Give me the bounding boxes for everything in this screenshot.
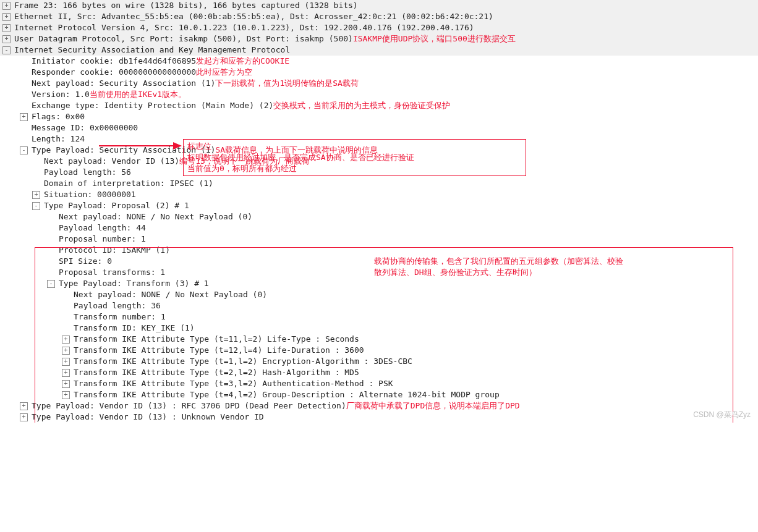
- tree-row-text: Proposal number: 1: [59, 234, 146, 245]
- tree-row-text: Type Payload: Proposal (2) # 1: [44, 200, 189, 211]
- tree-row-text: Initiator cookie: db1fe44d64f06895: [32, 56, 196, 67]
- expand-icon[interactable]: +: [2, 13, 11, 21]
- tree-row-text: Payload length: 36: [74, 300, 161, 311]
- tree-row-text: Transform ID: KEY_IKE (1): [74, 323, 195, 334]
- tree-row[interactable]: Payload length: 44: [0, 222, 758, 234]
- expand-icon[interactable]: +: [62, 336, 70, 344]
- tree-row-text: Payload length: 56: [44, 167, 131, 178]
- tree-row[interactable]: +Transform IKE Attribute Type (t=3,l=2) …: [0, 378, 758, 389]
- tree-row[interactable]: Exchange type: Identity Protection (Main…: [0, 100, 758, 111]
- tree-row-text: Transform IKE Attribute Type (t=12,l=4) …: [74, 345, 364, 356]
- tree-row-text: Internet Security Association and Key Ma…: [14, 44, 290, 56]
- tree-row-text: Transform IKE Attribute Type (t=2,l=2) H…: [74, 367, 359, 378]
- tree-row[interactable]: +Type Payload: Vendor ID (13) : RFC 3706…: [0, 400, 758, 412]
- collapse-icon[interactable]: -: [20, 146, 28, 154]
- tree-row[interactable]: Version: 1.0 当前使用的是IKEv1版本。: [0, 89, 758, 100]
- tree-row[interactable]: Transform number: 1: [0, 311, 758, 323]
- tree-row-text: Next payload: Security Association (1): [32, 78, 215, 89]
- tree-row[interactable]: Message ID: 0x00000000: [0, 122, 758, 133]
- tree-row[interactable]: +Ethernet II, Src: Advantec_55:b5:ea (00…: [0, 11, 758, 22]
- tree-row-text: Type Payload: Vendor ID (13) : Unknown V…: [32, 412, 264, 423]
- expand-icon[interactable]: +: [62, 358, 70, 366]
- annotation-text: ISAKMP使用UDP协议，端口500进行数据交互: [353, 33, 516, 44]
- expand-icon[interactable]: +: [2, 2, 11, 10]
- tree-row-text: Next payload: NONE / No Next Payload (0): [74, 289, 267, 300]
- tree-row-text: Transform IKE Attribute Type (t=3,l=2) A…: [74, 378, 393, 389]
- tree-row-text: Type Payload: Vendor ID (13) : RFC 3706 …: [32, 400, 346, 412]
- expand-icon[interactable]: +: [32, 191, 40, 199]
- svg-marker-1: [173, 142, 182, 150]
- tree-row[interactable]: +Type Payload: Vendor ID (13) : Unknown …: [0, 412, 758, 423]
- annotation-text: 下一跳载荷，值为1说明传输的是SA载荷: [215, 78, 358, 89]
- tree-row-text: Flags: 0x00: [32, 111, 85, 122]
- tree-row[interactable]: +Transform IKE Attribute Type (t=12,l=4)…: [0, 345, 758, 356]
- tree-row-text: Length: 124: [32, 133, 85, 145]
- proposal-annotation-text: 载荷协商的传输集，包含了我们所配置的五元组参数（加密算法、校验 散列算法、DH组…: [374, 256, 733, 278]
- tree-row[interactable]: Responder cookie: 0000000000000000此时应答方为…: [0, 67, 758, 78]
- arrow-icon: [99, 141, 185, 151]
- expand-icon[interactable]: +: [62, 380, 70, 388]
- tree-row[interactable]: -Type Payload: Transform (3) # 1: [0, 278, 758, 289]
- tree-row[interactable]: -Type Payload: Proposal (2) # 1: [0, 200, 758, 211]
- tree-row[interactable]: -Internet Security Association and Key M…: [0, 44, 758, 56]
- tree-row-text: Transform IKE Attribute Type (t=1,l=2) E…: [74, 356, 412, 367]
- tree-row[interactable]: Transform ID: KEY_IKE (1): [0, 323, 758, 334]
- expand-icon[interactable]: +: [20, 402, 28, 410]
- tree-row-text: Internet Protocol Version 4, Src: 10.0.1…: [14, 22, 474, 33]
- expand-icon[interactable]: +: [20, 113, 28, 121]
- tree-row-text: Next payload: Vendor ID (13): [44, 156, 179, 167]
- annotation-text: 厂商载荷中承载了DPD信息，说明本端启用了DPD: [346, 400, 520, 412]
- tree-row[interactable]: Next payload: NONE / No Next Payload (0): [0, 211, 758, 222]
- expand-icon[interactable]: +: [62, 369, 70, 377]
- tree-row-text: Situation: 00000001: [44, 189, 136, 200]
- tree-row-text: Ethernet II, Src: Advantec_55:b5:ea (00:…: [14, 11, 493, 22]
- tree-row[interactable]: +Transform IKE Attribute Type (t=11,l=2)…: [0, 334, 758, 345]
- tree-row[interactable]: Protocol ID: ISAKMP (1): [0, 245, 758, 256]
- flags-note-line-3: 当前值为0，标明所有都为经过: [187, 163, 522, 174]
- tree-row[interactable]: Proposal number: 1: [0, 234, 758, 245]
- tree-row[interactable]: Next payload: NONE / No Next Payload (0): [0, 289, 758, 300]
- tree-row-text: Payload length: 44: [59, 222, 146, 234]
- tree-row[interactable]: Domain of interpretation: IPSEC (1): [0, 178, 758, 189]
- tree-row-text: Transform IKE Attribute Type (t=4,l=2) G…: [74, 389, 500, 400]
- collapse-icon[interactable]: -: [47, 280, 55, 288]
- tree-row[interactable]: +Transform IKE Attribute Type (t=4,l=2) …: [0, 389, 758, 400]
- flags-note-line-2: 标明数据包使用经过加密、是否完成SA协商、是否已经进行验证: [187, 152, 522, 163]
- expand-icon[interactable]: +: [20, 413, 28, 421]
- tree-row[interactable]: +Transform IKE Attribute Type (t=2,l=2) …: [0, 367, 758, 378]
- tree-row[interactable]: Payload length: 36: [0, 300, 758, 311]
- tree-row-text: Exchange type: Identity Protection (Main…: [32, 100, 273, 111]
- expand-icon[interactable]: +: [62, 347, 70, 355]
- annotation-text: 当前使用的是IKEv1版本。: [90, 89, 186, 100]
- tree-row-text: Proposal transforms: 1: [59, 267, 165, 278]
- tree-row[interactable]: +Frame 23: 166 bytes on wire (1328 bits)…: [0, 0, 758, 11]
- tree-row-text: Transform number: 1: [74, 311, 166, 323]
- collapse-icon[interactable]: -: [32, 202, 40, 210]
- tree-row-text: Next payload: NONE / No Next Payload (0): [59, 211, 252, 222]
- tree-row-text: Message ID: 0x00000000: [32, 122, 138, 133]
- tree-row-text: Domain of interpretation: IPSEC (1): [44, 178, 213, 189]
- watermark: CSDN @菜鸟Zyz: [693, 409, 751, 420]
- expand-icon[interactable]: +: [2, 35, 11, 43]
- annotation-text: 发起方和应答方的COOKIE: [196, 56, 289, 67]
- tree-row[interactable]: +User Datagram Protocol, Src Port: isakm…: [0, 33, 758, 44]
- tree-row[interactable]: Initiator cookie: db1fe44d64f06895发起方和应答…: [0, 56, 758, 67]
- tree-row-text: SPI Size: 0: [59, 256, 112, 267]
- expand-icon[interactable]: +: [2, 24, 11, 32]
- annotation-text: 此时应答方为空: [196, 67, 252, 78]
- expand-icon[interactable]: +: [62, 391, 70, 399]
- tree-row[interactable]: +Situation: 00000001: [0, 189, 758, 200]
- tree-row-text: Frame 23: 166 bytes on wire (1328 bits),…: [14, 0, 358, 11]
- tree-row[interactable]: +Transform IKE Attribute Type (t=1,l=2) …: [0, 356, 758, 367]
- tree-row[interactable]: Next payload: Security Association (1) 下…: [0, 78, 758, 89]
- packet-details-tree: +Frame 23: 166 bytes on wire (1328 bits)…: [0, 0, 758, 423]
- tree-row-text: Protocol ID: ISAKMP (1): [59, 245, 170, 256]
- collapse-icon[interactable]: -: [2, 46, 11, 54]
- flags-note-line-1: 标志位: [187, 141, 522, 152]
- flags-annotation-box: 标志位 标明数据包使用经过加密、是否完成SA协商、是否已经进行验证 当前值为0，…: [183, 139, 526, 176]
- tree-row[interactable]: +Internet Protocol Version 4, Src: 10.0.…: [0, 22, 758, 33]
- tree-row-text: Responder cookie: 0000000000000000: [32, 67, 196, 78]
- tree-row-text: Version: 1.0: [32, 89, 90, 100]
- tree-row-text: User Datagram Protocol, Src Port: isakmp…: [14, 33, 353, 44]
- tree-row[interactable]: +Flags: 0x00: [0, 111, 758, 122]
